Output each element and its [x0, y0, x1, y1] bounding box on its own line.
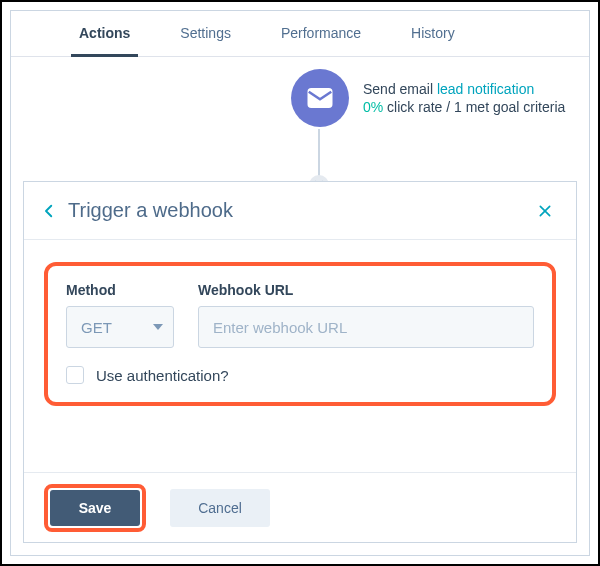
workflow-canvas: Send email lead notification 0% click ra… [11, 57, 589, 197]
chevron-down-icon [153, 324, 163, 330]
panel-title: Trigger a webhook [68, 199, 534, 222]
node-action-text: Send email [363, 81, 433, 97]
method-label: Method [66, 282, 174, 298]
node-text: Send email lead notification 0% click ra… [363, 81, 565, 115]
workflow-node-send-email[interactable]: Send email lead notification 0% click ra… [291, 69, 565, 127]
node-click-rate: 0% [363, 99, 383, 115]
tab-actions[interactable]: Actions [71, 12, 138, 57]
back-icon[interactable] [38, 200, 60, 222]
save-button[interactable]: Save [50, 490, 140, 526]
webhook-panel: Trigger a webhook Method GET Webhook U [23, 181, 577, 543]
cancel-button[interactable]: Cancel [170, 489, 270, 527]
save-highlight: Save [44, 484, 146, 532]
mail-icon [291, 69, 349, 127]
use-authentication-label: Use authentication? [96, 367, 229, 384]
tab-history[interactable]: History [403, 12, 463, 57]
checkbox-icon [66, 366, 84, 384]
webhook-url-input[interactable] [198, 306, 534, 348]
node-email-link[interactable]: lead notification [437, 81, 534, 97]
method-value: GET [81, 319, 112, 336]
close-icon[interactable] [534, 200, 556, 222]
tab-settings[interactable]: Settings [172, 12, 239, 57]
method-select[interactable]: GET [66, 306, 174, 348]
highlighted-form-area: Method GET Webhook URL Use authenticatio… [44, 262, 556, 406]
tab-performance[interactable]: Performance [273, 12, 369, 57]
tab-bar: Actions Settings Performance History [11, 11, 589, 57]
webhook-url-label: Webhook URL [198, 282, 534, 298]
use-authentication-toggle[interactable]: Use authentication? [66, 366, 534, 384]
node-stat-text: click rate / 1 met goal criteria [383, 99, 565, 115]
